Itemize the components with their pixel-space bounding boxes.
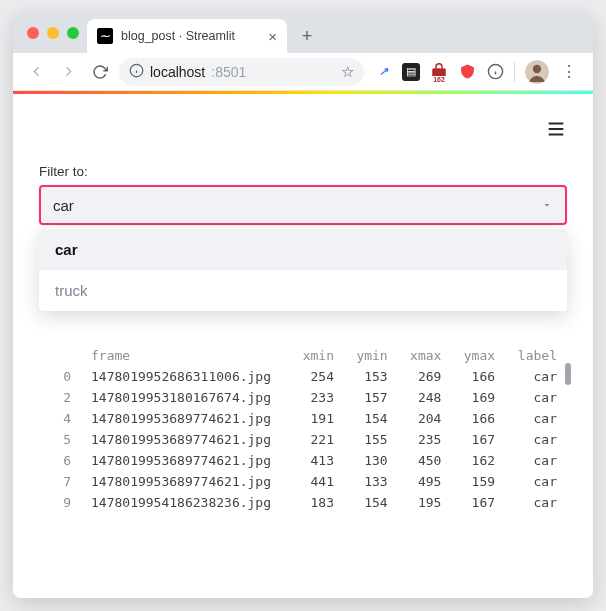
extension-icon[interactable]: ▤ (402, 63, 420, 81)
filter-select[interactable]: car (39, 185, 567, 225)
forward-button[interactable] (55, 59, 81, 85)
filter-select-wrap: car car truck (39, 185, 567, 225)
extension-icon[interactable] (486, 63, 504, 81)
maximize-window-button[interactable] (67, 27, 79, 39)
filter-option-truck[interactable]: truck (39, 270, 567, 311)
tab-strip: ⁓ blog_post · Streamlit × + (13, 13, 593, 53)
extension-icon[interactable]: ↗ (374, 63, 392, 81)
table-row[interactable]: 5 1478019953689774621.jpg 221 155 235 16… (39, 429, 567, 450)
back-button[interactable] (23, 59, 49, 85)
table-row[interactable]: 9 1478019954186238236.jpg 183 154 195 16… (39, 492, 567, 513)
col-xmax: xmax (398, 345, 452, 366)
browser-window: ⁓ blog_post · Streamlit × + localhost:85… (13, 13, 593, 598)
app-content: Filter to: car car truck (13, 94, 593, 513)
browser-tab[interactable]: ⁓ blog_post · Streamlit × (87, 19, 287, 53)
browser-toolbar: localhost:8501 ☆ ↗ ▤ 162 ⋮ (13, 53, 593, 91)
col-ymin: ymin (344, 345, 398, 366)
tab-title: blog_post · Streamlit (121, 29, 235, 43)
window-controls (23, 13, 87, 53)
table-row[interactable]: 0 1478019952686311006.jpg 254 153 269 16… (39, 366, 567, 387)
table-row[interactable]: 4 1478019953689774621.jpg 191 154 204 16… (39, 408, 567, 429)
browser-menu-icon[interactable]: ⋮ (559, 62, 579, 81)
minimize-window-button[interactable] (47, 27, 59, 39)
table-row[interactable]: 7 1478019953689774621.jpg 441 133 495 15… (39, 471, 567, 492)
profile-avatar[interactable] (525, 60, 549, 84)
address-bar[interactable]: localhost:8501 ☆ (119, 58, 364, 86)
col-xmin: xmin (290, 345, 344, 366)
table-row[interactable]: 6 1478019953689774621.jpg 413 130 450 16… (39, 450, 567, 471)
extension-badge: 162 (431, 76, 447, 84)
url-port: :8501 (211, 64, 246, 80)
scrollbar-thumb[interactable] (565, 363, 571, 385)
filter-select-value: car (53, 197, 74, 214)
filter-dropdown: car truck (39, 229, 567, 311)
info-icon[interactable] (129, 63, 144, 81)
filter-label: Filter to: (39, 164, 567, 179)
extension-icon[interactable] (458, 63, 476, 81)
reload-button[interactable] (87, 59, 113, 85)
col-ymax: ymax (451, 345, 505, 366)
streamlit-favicon: ⁓ (97, 28, 113, 44)
table-header-row: frame xmin ymin xmax ymax label (39, 345, 567, 366)
svg-point-8 (533, 64, 541, 72)
extension-icon[interactable]: 162 (430, 63, 448, 81)
table-row[interactable]: 2 1478019953180167674.jpg 233 157 248 16… (39, 387, 567, 408)
col-label: label (505, 345, 567, 366)
bookmark-icon[interactable]: ☆ (341, 63, 354, 81)
new-tab-button[interactable]: + (293, 22, 321, 50)
close-tab-icon[interactable]: × (268, 29, 277, 44)
streamlit-app: Filter to: car car truck (13, 94, 593, 598)
col-frame: frame (81, 345, 290, 366)
separator (514, 62, 515, 82)
extension-icons: ↗ ▤ 162 ⋮ (370, 60, 583, 84)
dataframe-table[interactable]: frame xmin ymin xmax ymax label 0 147801… (39, 345, 567, 513)
close-window-button[interactable] (27, 27, 39, 39)
chevron-down-icon (541, 197, 553, 214)
filter-option-car[interactable]: car (39, 229, 567, 270)
url-host: localhost (150, 64, 205, 80)
